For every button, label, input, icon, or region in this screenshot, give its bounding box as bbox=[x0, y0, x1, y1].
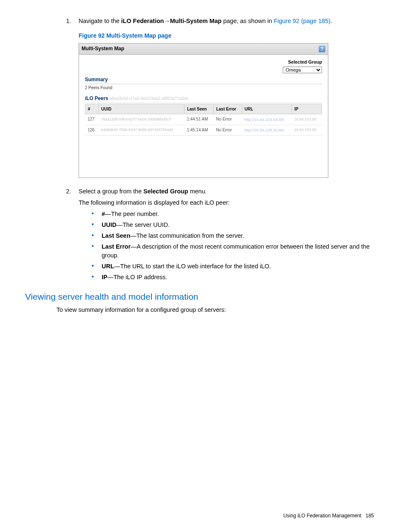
cell-ip: 16.84.103.58 bbox=[292, 114, 322, 125]
col-num[interactable]: # bbox=[85, 104, 99, 114]
screenshot-multi-system-map: Multi-System Map ? Selected Group Omega … bbox=[79, 43, 328, 178]
col-uuid[interactable]: UUID bbox=[98, 104, 184, 114]
bullet-bold: UUID bbox=[102, 221, 116, 228]
step1-mid: page, as shown in bbox=[222, 18, 274, 24]
step-1-body: Navigate to the iLO Federation→Multi-Sys… bbox=[79, 17, 374, 26]
list-item: Last Seen—The last communication from th… bbox=[90, 231, 374, 240]
bullet-bold: Last Seen bbox=[102, 232, 130, 239]
screenshot-title: Multi-System Map bbox=[82, 45, 124, 52]
list-item: URL—The URL to start the iLO web interfa… bbox=[90, 262, 374, 271]
step2-post: menu. bbox=[188, 188, 207, 195]
bullet-rest: —The peer number. bbox=[105, 211, 159, 217]
cell-last-seen: 1:44:51 AM bbox=[184, 114, 214, 125]
ilo-peers-label: iLO Peers bbox=[85, 95, 108, 101]
bullet-rest: —The URL to start the iLO web interface … bbox=[114, 263, 271, 270]
bullet-bold: URL bbox=[102, 263, 114, 270]
section-text: To view summary information for a config… bbox=[56, 306, 374, 314]
col-url[interactable]: URL bbox=[242, 104, 292, 114]
bullet-bold: # bbox=[102, 211, 105, 217]
col-last-seen[interactable]: Last Seen bbox=[184, 104, 214, 114]
ilo-peers-header: iLO Peers a6ed3e58-d7a6-48d3-80a2-a8f83d… bbox=[85, 95, 322, 103]
bullet-rest: —A description of the most recent commun… bbox=[102, 243, 370, 259]
step2-bold: Selected Group bbox=[143, 188, 188, 195]
list-item: Last Error—A description of the most rec… bbox=[90, 242, 374, 260]
cell-uuid: e408d645-7556-5347-8086-6974937864d4 bbox=[98, 125, 184, 136]
list-item: UUID—The server UUID. bbox=[90, 221, 374, 229]
selected-group-dropdown[interactable]: Omega bbox=[283, 67, 322, 73]
cell-num: 127 bbox=[85, 114, 99, 125]
step-number-1: 1. bbox=[25, 17, 79, 26]
col-ip[interactable]: IP bbox=[292, 104, 322, 114]
cell-last-seen: 1:45:14 AM bbox=[184, 125, 214, 136]
section-heading: Viewing server health and model informat… bbox=[25, 290, 374, 303]
cell-url[interactable]: http://16.84.103.58:80/ bbox=[242, 114, 292, 125]
step-2-body: Select a group from the Selected Group m… bbox=[79, 187, 374, 207]
step1-bold2: Multi-System Map bbox=[170, 18, 221, 24]
step2-line2: The following information is displayed f… bbox=[79, 198, 374, 207]
step1-bold1: iLO Federation bbox=[121, 18, 164, 24]
bullet-bold: IP bbox=[102, 274, 107, 280]
list-item: #—The peer number. bbox=[90, 210, 374, 218]
bullet-rest: —The last communication from the server. bbox=[130, 232, 244, 239]
field-descriptions-list: #—The peer number. UUID—The server UUID.… bbox=[90, 210, 374, 282]
cell-last-error: No Error bbox=[213, 125, 242, 136]
bullet-bold: Last Error bbox=[102, 243, 130, 250]
ilo-peers-uuid-faded: a6ed3e58-d7a6-48d3-80a2-a8f83d71a04e bbox=[110, 96, 189, 101]
cell-last-error: No Error bbox=[213, 114, 242, 125]
figure-caption: Figure 92 Multi-System Map page bbox=[79, 31, 374, 40]
selected-group-label: Selected Group bbox=[85, 59, 322, 66]
step1-pre: Navigate to the bbox=[79, 18, 121, 24]
footer-text: Using iLO Federation Management bbox=[283, 513, 361, 519]
bullet-rest: —The iLO IP address. bbox=[107, 274, 167, 280]
step1-post: . bbox=[330, 18, 332, 24]
cell-uuid: 76aa13d5-54b3-5277-bec6-2905d6fa45c7 bbox=[98, 114, 184, 125]
cell-ip: 16.84.103.55 bbox=[292, 125, 322, 136]
cell-url[interactable]: http://16.84.103.55:80/ bbox=[242, 125, 292, 136]
col-last-error[interactable]: Last Error bbox=[213, 104, 242, 114]
step1-arrow: → bbox=[164, 18, 170, 24]
peers-found-text: 2 Peers Found bbox=[85, 85, 322, 91]
figure-link[interactable]: Figure 92 (page 185) bbox=[274, 18, 330, 24]
bullet-rest: —The server UUID. bbox=[116, 221, 169, 228]
step-number-2: 2. bbox=[25, 187, 79, 207]
footer-page: 185 bbox=[366, 513, 374, 519]
step2-pre: Select a group from the bbox=[79, 188, 143, 195]
screenshot-titlebar: Multi-System Map ? bbox=[79, 44, 328, 54]
summary-header: Summary bbox=[85, 76, 322, 84]
help-icon[interactable]: ? bbox=[319, 46, 325, 52]
page-footer: Using iLO Federation Management 185 bbox=[283, 512, 374, 519]
list-item: IP—The iLO IP address. bbox=[90, 273, 374, 282]
cell-num: 126 bbox=[85, 125, 99, 136]
table-row: 127 76aa13d5-54b3-5277-bec6-2905d6fa45c7… bbox=[85, 114, 322, 125]
table-row: 126 e408d645-7556-5347-8086-6974937864d4… bbox=[85, 125, 322, 136]
peers-table: # UUID Last Seen Last Error URL IP 127 7… bbox=[85, 104, 322, 136]
